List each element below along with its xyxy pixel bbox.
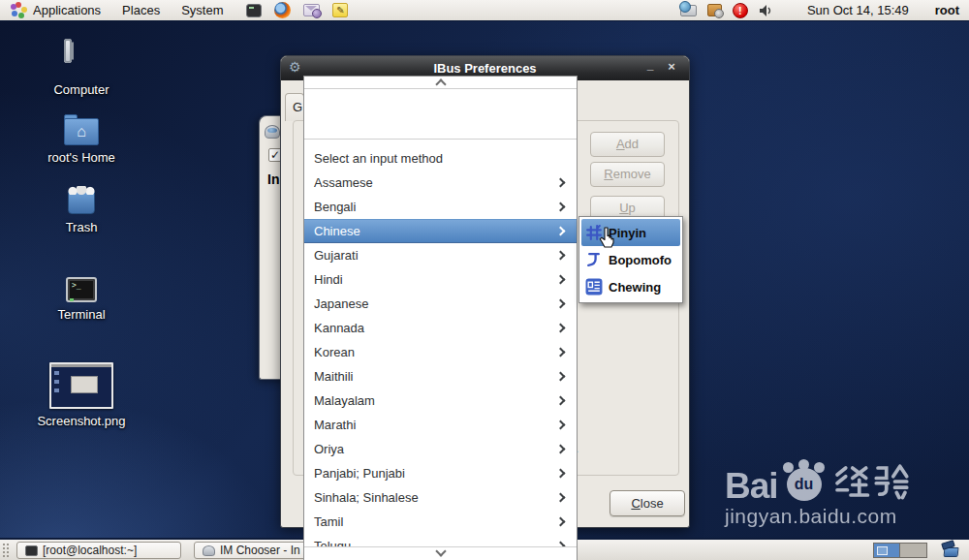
desktop-icon-home[interactable]: ⌂ root's Home bbox=[27, 112, 136, 165]
im-chooser-icon bbox=[265, 125, 280, 139]
input-method-item-label: Marathi bbox=[314, 418, 356, 432]
chevron-down-icon bbox=[435, 545, 446, 556]
terminal-icon bbox=[246, 4, 262, 17]
volume-icon[interactable] bbox=[759, 4, 773, 17]
input-method-item[interactable]: Chinese bbox=[304, 219, 577, 243]
close-window-button[interactable]: × bbox=[665, 60, 678, 74]
baidu-brand-text: Bai bbox=[725, 470, 778, 502]
input-method-item-label: Bengali bbox=[314, 200, 356, 214]
input-method-item[interactable]: Sinhala; Sinhalese bbox=[304, 485, 577, 510]
panel-username: root bbox=[935, 3, 959, 17]
desktop-icon-label: Terminal bbox=[57, 307, 105, 322]
remove-button[interactable]: Remove bbox=[590, 162, 665, 187]
input-method-status-icon[interactable] bbox=[680, 5, 697, 16]
input-method-item-label: Chinese bbox=[314, 224, 360, 238]
input-method-item-label: Japanese bbox=[314, 296, 368, 311]
home-folder-icon: ⌂ bbox=[64, 118, 99, 145]
terminal-icon bbox=[25, 545, 38, 556]
input-method-item[interactable]: Japanese bbox=[304, 292, 577, 316]
submenu-item-bopomofo[interactable]: Bopomofo bbox=[581, 246, 680, 273]
input-method-item-label: Select an input method bbox=[314, 151, 443, 166]
baidu-du-text: du bbox=[787, 468, 822, 501]
submenu-arrow-icon bbox=[556, 299, 566, 309]
input-method-item-label: Gujarati bbox=[314, 248, 359, 263]
input-method-item[interactable]: Panjabi; Punjabi bbox=[304, 461, 577, 485]
desktop-screen: Applications Places System ✎ ! Sun Oct 1… bbox=[0, 0, 969, 560]
places-menu-label: Places bbox=[122, 3, 160, 17]
terminal-launcher[interactable] bbox=[246, 4, 262, 17]
input-method-dropdown: Select an input method Assamese Bengali … bbox=[303, 76, 578, 560]
input-method-item[interactable]: Hindi bbox=[304, 267, 577, 292]
input-method-item[interactable]: Assamese bbox=[304, 171, 577, 195]
submenu-arrow-icon bbox=[556, 372, 566, 382]
submenu-arrow-icon bbox=[556, 324, 566, 333]
close-button[interactable]: Close bbox=[610, 490, 685, 516]
desktop-icon-computer[interactable]: Computer bbox=[27, 43, 136, 97]
desktop-icon-trash[interactable]: Trash bbox=[27, 186, 136, 234]
terminal-desktop-icon: >_ bbox=[66, 277, 97, 302]
computer-icon bbox=[64, 43, 99, 78]
minimize-button[interactable]: _ bbox=[643, 60, 657, 74]
submenu-arrow-icon bbox=[556, 202, 566, 212]
submenu-item-chewing[interactable]: Chewing bbox=[581, 273, 680, 300]
panel-clock[interactable]: Sun Oct 14, 15:49 bbox=[807, 3, 909, 17]
software-update-icon[interactable] bbox=[707, 4, 722, 16]
add-button[interactable]: Add bbox=[590, 132, 665, 157]
screenshot-thumbnail-icon bbox=[49, 362, 113, 409]
top-panel: Applications Places System ✎ ! Sun Oct 1… bbox=[0, 0, 969, 21]
chinese-submenu: Pinyin Bopomofo Chewing bbox=[578, 216, 683, 303]
submenu-item-label: Bopomofo bbox=[609, 253, 672, 267]
submenu-arrow-icon bbox=[556, 493, 566, 503]
mail-launcher[interactable] bbox=[303, 4, 320, 16]
input-method-item-label: Korean bbox=[314, 345, 355, 359]
im-chooser-icon bbox=[203, 545, 215, 556]
submenu-arrow-icon bbox=[556, 275, 566, 285]
baidu-url-text: jingyan.baidu.com bbox=[725, 505, 967, 528]
taskbar-window-terminal[interactable]: [root@localhost:~] bbox=[16, 542, 181, 559]
scroll-down-button[interactable] bbox=[304, 546, 577, 560]
desktop-icon-screenshot[interactable]: Screenshot.png bbox=[27, 362, 136, 428]
system-menu[interactable]: System bbox=[171, 0, 234, 20]
alert-notification-icon[interactable]: ! bbox=[733, 3, 748, 18]
input-method-list: Select an input method Assamese Bengali … bbox=[304, 139, 577, 558]
submenu-arrow-icon bbox=[556, 227, 566, 236]
chevron-up-icon bbox=[435, 78, 446, 89]
input-method-item[interactable]: Malayalam bbox=[304, 389, 577, 413]
baidu-paw-icon: du bbox=[782, 459, 827, 502]
panel-drag-handle[interactable] bbox=[2, 543, 11, 557]
baidu-watermark: Bai du jingyan.baidu.com bbox=[725, 459, 967, 528]
input-method-item[interactable]: Korean bbox=[304, 340, 577, 364]
input-method-item[interactable]: Marathi bbox=[304, 413, 577, 437]
input-method-item[interactable]: Tamil bbox=[304, 510, 577, 534]
submenu-arrow-icon bbox=[556, 251, 566, 261]
input-method-item-label: Tamil bbox=[314, 514, 343, 529]
input-method-item-label: Panjabi; Punjabi bbox=[314, 466, 405, 481]
input-method-item-label: Assamese bbox=[314, 175, 373, 190]
input-method-item[interactable]: Select an input method bbox=[304, 146, 577, 171]
input-method-item[interactable]: Oriya bbox=[304, 437, 577, 461]
firefox-launcher[interactable] bbox=[274, 2, 291, 18]
notes-launcher[interactable]: ✎ bbox=[332, 3, 348, 17]
input-method-item-label: Maithili bbox=[314, 369, 353, 384]
trash-applet-icon[interactable] bbox=[942, 541, 960, 558]
submenu-arrow-icon bbox=[556, 445, 566, 454]
workspace-1[interactable] bbox=[873, 543, 900, 558]
scroll-up-button[interactable] bbox=[304, 77, 577, 89]
input-method-item[interactable]: Kannada bbox=[304, 316, 577, 340]
desktop-icon-label: root's Home bbox=[47, 150, 115, 165]
tab-general-partial[interactable]: G bbox=[285, 93, 304, 121]
submenu-arrow-icon bbox=[556, 420, 566, 430]
submenu-arrow-icon bbox=[556, 178, 566, 188]
input-method-item[interactable]: Maithili bbox=[304, 364, 577, 389]
firefox-icon bbox=[274, 2, 291, 18]
input-method-item[interactable]: Bengali bbox=[304, 195, 577, 219]
input-method-item-label: Kannada bbox=[314, 321, 364, 335]
submenu-item-label: Chewing bbox=[609, 280, 661, 295]
desktop-icon-terminal[interactable]: >_ Terminal bbox=[27, 277, 136, 322]
workspace-2[interactable] bbox=[900, 543, 927, 558]
applications-menu[interactable]: Applications bbox=[0, 0, 111, 20]
input-method-item[interactable]: Gujarati bbox=[304, 243, 577, 267]
hand-cursor bbox=[597, 227, 617, 249]
taskbar-window-label: [root@localhost:~] bbox=[43, 544, 137, 557]
places-menu[interactable]: Places bbox=[111, 0, 171, 20]
